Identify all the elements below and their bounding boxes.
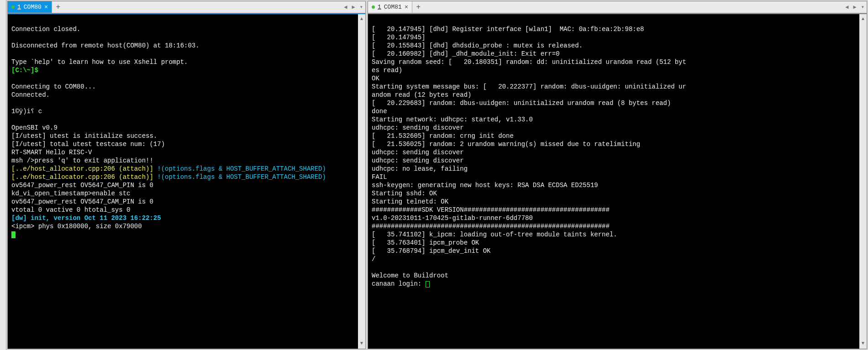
terminal-line: Starting system message bus: [ 20.222377…	[372, 83, 686, 90]
terminal-line: es read)	[372, 67, 402, 74]
left-gutter	[0, 0, 6, 350]
tab-menu-icon[interactable]: ▾	[860, 4, 866, 10]
close-icon[interactable]: ×	[44, 4, 48, 11]
terminal-line: ov5647_power_rest OV5647_CAM_PIN is 0	[11, 198, 153, 205]
terminal-line: Connected.	[11, 91, 50, 99]
terminal-line: FAIL	[372, 173, 387, 181]
pane-left: 1 COM80 × + ◀ ▶ ▾ Connection closed. Dis…	[7, 1, 366, 349]
scroll-up-icon[interactable]: ▲	[360, 14, 363, 24]
terminal-line: Starting sshd: OK	[372, 190, 437, 197]
tab-com80[interactable]: 1 COM80 ×	[8, 1, 52, 13]
terminal-line: [ 20.155843] [dhd] dhdsdio_probe : mutex…	[372, 42, 583, 49]
terminal-left[interactable]: Connection closed. Disconnected from rem…	[8, 13, 365, 349]
terminal-line: Type `help' to learn how to use Xshell p…	[11, 58, 188, 66]
terminal-line: <ipcm> phys 0x180000, size 0x79000	[11, 223, 142, 230]
terminal-line: udhcpc: sending discover	[372, 157, 464, 164]
cursor-icon	[11, 231, 16, 238]
terminal-line: [ 20.160982] [dhd] _dhd_module_init: Exi…	[372, 50, 560, 57]
terminal-line: udhcpc: no lease, failing	[372, 165, 468, 172]
terminal-line: OK	[372, 75, 379, 82]
tabbar-right: 1 COM81 × + ◀ ▶ ▾	[368, 1, 867, 13]
terminal-line: udhcpc: sending discover	[372, 149, 464, 156]
terminal-line: Starting telnetd: OK	[372, 198, 448, 205]
tab-nav-controls: ◀ ▶ ▾	[342, 1, 364, 13]
terminal-line: [I/utest] utest is initialize success.	[11, 132, 157, 140]
terminal-line: [ 21.536025] random: 2 urandom warning(s…	[372, 141, 640, 148]
terminal-line: vtotal 0 vactive 0 htotal_sys 0	[11, 206, 130, 214]
cursor-icon	[426, 281, 430, 287]
terminal-line: andom read (12 bytes read)	[372, 91, 471, 99]
tab-com81[interactable]: 1 COM81 ×	[368, 1, 412, 13]
tab-next-icon[interactable]: ▶	[852, 4, 858, 10]
tabbar-left: 1 COM80 × + ◀ ▶ ▾	[8, 1, 365, 13]
terminal-line: [ 20.147945]	[372, 34, 426, 41]
terminal-line: [ 21.532605] random: crng init done	[372, 132, 514, 140]
scroll-up-icon[interactable]: ▲	[862, 14, 864, 24]
terminal-line: Connecting to COM80...	[11, 83, 96, 90]
terminal-line: [ 20.147945] [dhd] Register interface [w…	[372, 26, 644, 33]
terminal-line: ssh-keygen: generating new host keys: RS…	[372, 182, 598, 189]
terminal-line: udhcpc: sending discover	[372, 124, 464, 131]
terminal-line: Connection closed.	[11, 26, 80, 33]
terminal-line: [ 35.763401] ipcm_probe OK	[372, 239, 479, 246]
scroll-down-icon[interactable]: ▼	[862, 339, 864, 349]
terminal-line: Starting network: udhcpc: started, v1.33…	[372, 116, 533, 123]
add-tab-button[interactable]: +	[412, 1, 424, 13]
scrollbar-track[interactable]	[859, 24, 867, 339]
terminal-line: [ 35.741102] k_ipcm: loading out-of-tree…	[372, 231, 617, 238]
terminal-line: !(options.flags & HOST_BUFFER_ATTACH_SHA…	[157, 165, 326, 172]
tab-next-icon[interactable]: ▶	[351, 4, 357, 10]
pane-right: 1 COM81 × + ◀ ▶ ▾ [ 20.147945] [dhd] Reg…	[368, 1, 867, 349]
terminal-line: [..e/host_allocator.cpp:206 (attach)]	[11, 165, 157, 172]
tab-label: COM81	[384, 4, 402, 10]
tab-prev-icon[interactable]: ◀	[342, 4, 348, 10]
terminal-line: ov5647_power_rest OV5647_CAM_PIN is 0	[11, 182, 153, 189]
terminal-line: #############SDK VERSION################…	[372, 206, 610, 214]
terminal-line: /	[372, 256, 375, 263]
terminal-line: msh />press 'q' to exit application!!	[11, 157, 153, 164]
add-tab-button[interactable]: +	[52, 1, 64, 13]
terminal-line: ########################################…	[372, 223, 610, 230]
terminal-line: Disconnected from remote host(COM80) at …	[11, 42, 200, 49]
scrollbar[interactable]: ▲ ▼	[358, 14, 365, 349]
terminal-line: canaan login:	[372, 280, 426, 287]
terminal-line: v1.0-20231011-170425-gitlab-runner-6dd77…	[372, 214, 533, 222]
terminal-line: Saving random seed: [ 20.180351] random:…	[372, 58, 686, 66]
tab-prev-icon[interactable]: ◀	[844, 4, 850, 10]
terminal-line: !(options.flags & HOST_BUFFER_ATTACH_SHA…	[157, 173, 326, 181]
scrollbar[interactable]: ▲ ▼	[859, 14, 867, 349]
terminal-line: [ 20.229683] random: dbus-uuidgen: unini…	[372, 99, 671, 107]
terminal-prompt: [C:\~]$	[11, 67, 38, 74]
terminal-line: Welcome to Buildroot	[372, 272, 448, 279]
terminal-line: [..e/host_allocator.cpp:206 (attach)]	[11, 173, 157, 181]
tab-menu-icon[interactable]: ▾	[358, 4, 364, 10]
terminal-line: kd_vi_open_timestamp>enable stc	[11, 190, 130, 197]
tab-nav-controls: ◀ ▶ ▾	[844, 1, 866, 13]
terminal-line: 1©ÿ)i⸮ c	[11, 108, 42, 115]
close-icon[interactable]: ×	[405, 4, 408, 11]
terminal-right[interactable]: [ 20.147945] [dhd] Register interface [w…	[368, 13, 867, 349]
tab-label: COM80	[24, 4, 42, 10]
terminal-line: done	[372, 108, 387, 115]
terminal-line: [dw] init, version Oct 11 2023 16:22:25	[11, 214, 161, 222]
terminal-line: OpenSBI v0.9	[11, 124, 58, 131]
tab-number: 1	[17, 4, 21, 10]
scrollbar-track[interactable]	[358, 24, 365, 339]
session-indicator-icon	[372, 5, 375, 9]
terminal-line: [ 35.768794] ipcm_dev_init OK	[372, 247, 490, 255]
tab-number: 1	[378, 4, 381, 10]
terminal-line: RT-SMART Hello RISC-V	[11, 149, 92, 156]
scroll-down-icon[interactable]: ▼	[360, 339, 363, 349]
terminal-line: [I/utest] total utest testcase num: (17)	[11, 141, 165, 148]
session-indicator-icon	[11, 5, 15, 9]
